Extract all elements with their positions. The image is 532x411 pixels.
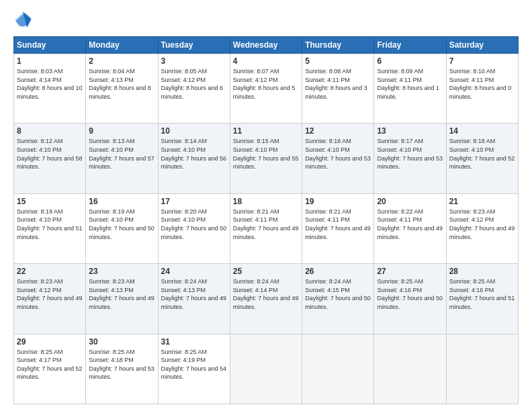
day-info: Sunrise: 8:05 AMSunset: 4:12 PMDaylight:… bbox=[161, 68, 224, 100]
calendar-header-friday: Friday bbox=[374, 37, 446, 54]
calendar-header-thursday: Thursday bbox=[302, 37, 374, 54]
calendar-cell: 10Sunrise: 8:14 AMSunset: 4:10 PMDayligh… bbox=[158, 124, 230, 193]
calendar-cell: 22Sunrise: 8:23 AMSunset: 4:12 PMDayligh… bbox=[14, 264, 86, 334]
calendar-cell: 14Sunrise: 8:18 AMSunset: 4:10 PMDayligh… bbox=[446, 124, 518, 193]
calendar-cell bbox=[230, 334, 302, 404]
day-number: 27 bbox=[377, 267, 443, 276]
day-info: Sunrise: 8:14 AMSunset: 4:10 PMDaylight:… bbox=[161, 138, 227, 170]
calendar-cell: 11Sunrise: 8:15 AMSunset: 4:10 PMDayligh… bbox=[230, 124, 302, 193]
day-number: 2 bbox=[89, 56, 154, 66]
day-info: Sunrise: 8:13 AMSunset: 4:10 PMDaylight:… bbox=[89, 138, 154, 170]
day-info: Sunrise: 8:21 AMSunset: 4:11 PMDaylight:… bbox=[305, 208, 371, 240]
day-info: Sunrise: 8:24 AMSunset: 4:13 PMDaylight:… bbox=[161, 278, 227, 310]
day-info: Sunrise: 8:19 AMSunset: 4:10 PMDaylight:… bbox=[17, 208, 83, 240]
day-info: Sunrise: 8:22 AMSunset: 4:11 PMDaylight:… bbox=[377, 208, 443, 240]
day-number: 20 bbox=[377, 197, 443, 206]
day-info: Sunrise: 8:23 AMSunset: 4:12 PMDaylight:… bbox=[17, 278, 83, 310]
calendar-cell: 8Sunrise: 8:12 AMSunset: 4:10 PMDaylight… bbox=[14, 124, 86, 193]
day-info: Sunrise: 8:24 AMSunset: 4:14 PMDaylight:… bbox=[233, 278, 299, 310]
calendar-cell: 5Sunrise: 8:08 AMSunset: 4:11 PMDaylight… bbox=[302, 54, 374, 124]
logo bbox=[13, 11, 35, 30]
calendar-cell: 4Sunrise: 8:07 AMSunset: 4:12 PMDaylight… bbox=[230, 54, 302, 124]
calendar-cell: 26Sunrise: 8:24 AMSunset: 4:15 PMDayligh… bbox=[302, 264, 374, 334]
day-info: Sunrise: 8:12 AMSunset: 4:10 PMDaylight:… bbox=[17, 138, 83, 170]
day-number: 25 bbox=[233, 267, 299, 276]
day-number: 5 bbox=[305, 56, 371, 66]
day-number: 11 bbox=[233, 126, 299, 136]
day-number: 19 bbox=[305, 197, 371, 206]
day-info: Sunrise: 8:25 AMSunset: 4:16 PMDaylight:… bbox=[377, 278, 443, 310]
calendar-cell bbox=[302, 334, 374, 404]
day-number: 21 bbox=[449, 197, 515, 206]
day-number: 22 bbox=[17, 267, 83, 276]
day-number: 26 bbox=[305, 267, 371, 276]
day-info: Sunrise: 8:25 AMSunset: 4:17 PMDaylight:… bbox=[17, 349, 83, 381]
day-info: Sunrise: 8:18 AMSunset: 4:10 PMDaylight:… bbox=[449, 138, 515, 170]
day-number: 31 bbox=[161, 337, 227, 347]
day-info: Sunrise: 8:16 AMSunset: 4:10 PMDaylight:… bbox=[305, 138, 371, 170]
day-number: 9 bbox=[89, 126, 154, 136]
calendar-header-monday: Monday bbox=[86, 37, 158, 54]
calendar-week-row: 29Sunrise: 8:25 AMSunset: 4:17 PMDayligh… bbox=[14, 334, 519, 404]
day-number: 28 bbox=[449, 267, 515, 276]
day-number: 3 bbox=[161, 56, 227, 66]
day-info: Sunrise: 8:25 AMSunset: 4:16 PMDaylight:… bbox=[449, 278, 515, 310]
day-number: 6 bbox=[377, 56, 443, 66]
calendar-table: SundayMondayTuesdayWednesdayThursdayFrid… bbox=[13, 36, 519, 404]
day-number: 12 bbox=[305, 126, 371, 136]
calendar-cell: 20Sunrise: 8:22 AMSunset: 4:11 PMDayligh… bbox=[374, 193, 446, 263]
day-info: Sunrise: 8:20 AMSunset: 4:10 PMDaylight:… bbox=[161, 208, 227, 240]
day-info: Sunrise: 8:08 AMSunset: 4:11 PMDaylight:… bbox=[305, 68, 367, 100]
calendar-cell: 6Sunrise: 8:09 AMSunset: 4:11 PMDaylight… bbox=[374, 54, 446, 124]
calendar-cell: 17Sunrise: 8:20 AMSunset: 4:10 PMDayligh… bbox=[158, 193, 230, 263]
day-info: Sunrise: 8:09 AMSunset: 4:11 PMDaylight:… bbox=[377, 68, 439, 100]
calendar-cell: 16Sunrise: 8:19 AMSunset: 4:10 PMDayligh… bbox=[86, 193, 158, 263]
day-info: Sunrise: 8:23 AMSunset: 4:13 PMDaylight:… bbox=[89, 278, 154, 310]
calendar-week-row: 8Sunrise: 8:12 AMSunset: 4:10 PMDaylight… bbox=[14, 124, 519, 193]
calendar-cell: 25Sunrise: 8:24 AMSunset: 4:14 PMDayligh… bbox=[230, 264, 302, 334]
day-number: 15 bbox=[17, 197, 83, 206]
calendar-cell: 30Sunrise: 8:25 AMSunset: 4:18 PMDayligh… bbox=[86, 334, 158, 404]
day-number: 29 bbox=[17, 337, 83, 347]
day-info: Sunrise: 8:15 AMSunset: 4:10 PMDaylight:… bbox=[233, 138, 299, 170]
header bbox=[13, 11, 519, 30]
day-number: 7 bbox=[449, 56, 515, 66]
day-number: 18 bbox=[233, 197, 299, 206]
calendar-header-row: SundayMondayTuesdayWednesdayThursdayFrid… bbox=[14, 37, 519, 54]
day-number: 1 bbox=[17, 56, 83, 66]
calendar-cell: 18Sunrise: 8:21 AMSunset: 4:11 PMDayligh… bbox=[230, 193, 302, 263]
day-info: Sunrise: 8:10 AMSunset: 4:11 PMDaylight:… bbox=[449, 68, 512, 100]
day-number: 30 bbox=[89, 337, 154, 347]
day-info: Sunrise: 8:17 AMSunset: 4:10 PMDaylight:… bbox=[377, 138, 443, 170]
calendar-cell: 27Sunrise: 8:25 AMSunset: 4:16 PMDayligh… bbox=[374, 264, 446, 334]
calendar-cell: 9Sunrise: 8:13 AMSunset: 4:10 PMDaylight… bbox=[86, 124, 158, 193]
calendar-cell: 2Sunrise: 8:04 AMSunset: 4:13 PMDaylight… bbox=[86, 54, 158, 124]
day-info: Sunrise: 8:24 AMSunset: 4:15 PMDaylight:… bbox=[305, 278, 371, 310]
calendar-cell: 24Sunrise: 8:24 AMSunset: 4:13 PMDayligh… bbox=[158, 264, 230, 334]
day-info: Sunrise: 8:07 AMSunset: 4:12 PMDaylight:… bbox=[233, 68, 296, 100]
calendar-cell bbox=[374, 334, 446, 404]
day-info: Sunrise: 8:25 AMSunset: 4:19 PMDaylight:… bbox=[161, 349, 227, 381]
day-number: 23 bbox=[89, 267, 154, 276]
logo-icon bbox=[13, 11, 32, 30]
calendar-cell: 7Sunrise: 8:10 AMSunset: 4:11 PMDaylight… bbox=[446, 54, 518, 124]
day-info: Sunrise: 8:21 AMSunset: 4:11 PMDaylight:… bbox=[233, 208, 299, 240]
calendar-header-saturday: Saturday bbox=[446, 37, 518, 54]
day-number: 4 bbox=[233, 56, 299, 66]
day-number: 24 bbox=[161, 267, 227, 276]
day-info: Sunrise: 8:04 AMSunset: 4:13 PMDaylight:… bbox=[89, 68, 151, 100]
page: SundayMondayTuesdayWednesdayThursdayFrid… bbox=[0, 0, 532, 411]
calendar-cell: 23Sunrise: 8:23 AMSunset: 4:13 PMDayligh… bbox=[86, 264, 158, 334]
day-info: Sunrise: 8:25 AMSunset: 4:18 PMDaylight:… bbox=[89, 349, 154, 381]
day-number: 17 bbox=[161, 197, 227, 206]
calendar-cell: 31Sunrise: 8:25 AMSunset: 4:19 PMDayligh… bbox=[158, 334, 230, 404]
calendar-header-wednesday: Wednesday bbox=[230, 37, 302, 54]
calendar-header-tuesday: Tuesday bbox=[158, 37, 230, 54]
calendar-cell bbox=[446, 334, 518, 404]
day-number: 14 bbox=[449, 126, 515, 136]
calendar-cell: 13Sunrise: 8:17 AMSunset: 4:10 PMDayligh… bbox=[374, 124, 446, 193]
calendar-header-sunday: Sunday bbox=[14, 37, 86, 54]
calendar-cell: 29Sunrise: 8:25 AMSunset: 4:17 PMDayligh… bbox=[14, 334, 86, 404]
calendar-week-row: 1Sunrise: 8:03 AMSunset: 4:14 PMDaylight… bbox=[14, 54, 519, 124]
calendar-cell: 15Sunrise: 8:19 AMSunset: 4:10 PMDayligh… bbox=[14, 193, 86, 263]
